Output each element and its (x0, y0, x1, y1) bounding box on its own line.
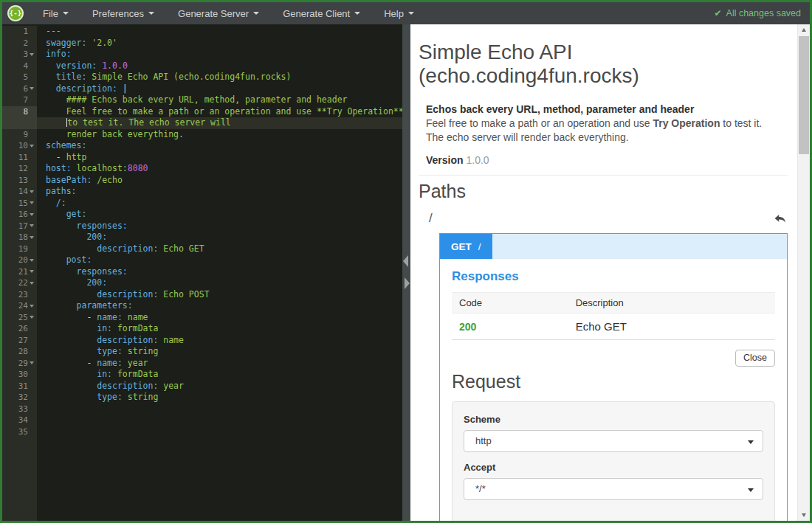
gutter-line: 10 (2, 140, 37, 152)
line-number: 20 (2, 254, 28, 266)
fold-arrow-icon[interactable] (30, 201, 34, 204)
response-description: Echo GET (568, 314, 775, 340)
preview-content: Simple Echo API (echo.coding4fun.rocks) … (410, 24, 810, 521)
fold-arrow-icon[interactable] (30, 190, 34, 193)
scheme-select[interactable]: http (464, 430, 763, 452)
line-number: 18 (2, 232, 28, 243)
fold-slot (28, 190, 35, 193)
save-status-text: All changes saved (726, 8, 801, 18)
code-line: description: Echo POST (46, 289, 402, 301)
editor-code-area[interactable]: ---swagger: '2.0'info: version: 1.0.0 ti… (37, 26, 402, 521)
menu-label: Help (384, 8, 404, 19)
code-token: - (46, 312, 97, 322)
menu-help[interactable]: Help (372, 2, 426, 24)
collapse-right-icon[interactable] (405, 277, 410, 289)
response-row: 200Echo GET (452, 314, 775, 340)
code-line: title: Simple Echo API (echo.coding4fun.… (46, 72, 402, 83)
fold-arrow-icon[interactable] (30, 282, 34, 285)
menu-label: Preferences (92, 8, 144, 19)
code-token: name (158, 335, 184, 345)
line-number: 23 (2, 289, 28, 301)
gutter-line: 20 (2, 254, 37, 266)
collapse-path-icon[interactable] (774, 212, 786, 225)
fold-slot (28, 305, 35, 308)
line-number: 33 (2, 403, 28, 415)
line-number: 19 (2, 243, 28, 255)
line-number: 31 (2, 381, 28, 392)
gutter-line: 8 (2, 106, 37, 118)
menu-label: Generate Server (178, 8, 249, 19)
app-window: {-} FilePreferencesGenerate ServerGenera… (0, 0, 812, 523)
pane-resize-handle[interactable] (402, 24, 410, 521)
responses-table-header: Code Description (452, 293, 775, 314)
gutter-line: 14 (2, 186, 37, 198)
fold-slot (28, 224, 35, 227)
fold-slot (28, 259, 35, 262)
yaml-editor[interactable]: 1234567891011121314151617181920212223242… (2, 24, 402, 521)
gutter-line: 12 (2, 163, 37, 175)
tab-get-operation[interactable]: GET / (440, 234, 492, 259)
col-header-description: Description (568, 293, 775, 314)
code-line: get: (46, 209, 402, 221)
gutter-line: 6 (2, 83, 37, 95)
fold-arrow-icon[interactable] (30, 213, 34, 216)
fold-arrow-icon[interactable] (30, 305, 34, 308)
line-number: 28 (2, 346, 28, 358)
gutter-line: 4 (2, 60, 37, 72)
line-number: 2 (2, 38, 28, 49)
fold-arrow-icon[interactable] (30, 259, 34, 262)
line-number: 4 (2, 60, 28, 72)
response-code: 200 (452, 314, 568, 340)
code-token: /: (46, 198, 66, 208)
fold-slot (28, 316, 35, 319)
fold-arrow-icon[interactable] (30, 87, 34, 90)
code-line: to test it. The echo server will (37, 117, 402, 129)
code-token: type: (46, 392, 123, 402)
accept-select[interactable]: */* (464, 478, 763, 500)
scrollbar-down-button[interactable] (798, 510, 810, 521)
top-menu-bar: {-} FilePreferencesGenerate ServerGenera… (2, 2, 810, 24)
scheme-label: Scheme (464, 414, 763, 425)
docs-preview-pane: Simple Echo API (echo.coding4fun.rocks) … (410, 24, 810, 521)
menu-preferences[interactable]: Preferences (80, 2, 166, 24)
swagger-logo-icon: {-} (7, 5, 24, 21)
main-split: 1234567891011121314151617181920212223242… (2, 24, 810, 521)
version-label: Version (426, 154, 464, 166)
scrollbar-thumb[interactable] (799, 36, 809, 154)
code-token: Echo GET (158, 243, 204, 254)
fold-arrow-icon[interactable] (30, 224, 34, 227)
code-line: description: name (46, 335, 402, 347)
fold-arrow-icon[interactable] (30, 145, 34, 148)
code-line: responses: (46, 266, 402, 278)
menu-generate-server[interactable]: Generate Server (166, 2, 271, 24)
fold-arrow-icon[interactable] (30, 236, 34, 239)
code-line: schemes: (46, 140, 402, 152)
gutter-line: 29 (2, 358, 37, 370)
menu-file[interactable]: File (31, 2, 80, 24)
line-number: 13 (2, 175, 28, 187)
operation-body: Responses Code Description 200Echo GET (440, 269, 787, 521)
fold-arrow-icon[interactable] (30, 270, 34, 273)
fold-arrow-icon[interactable] (30, 361, 34, 364)
operation-panel: GET / Responses Code Description (439, 233, 788, 521)
collapse-left-icon[interactable] (403, 255, 408, 267)
scrollbar-up-button[interactable] (798, 24, 810, 35)
code-token: '2.0' (86, 38, 117, 48)
code-token: in: (46, 323, 112, 333)
line-number: 25 (2, 312, 28, 324)
fold-slot (28, 213, 35, 216)
line-number: 14 (2, 186, 28, 198)
gutter-line: 24 (2, 300, 37, 312)
close-button[interactable]: Close (735, 350, 775, 367)
preview-scrollbar[interactable] (797, 24, 810, 521)
code-token: /echo (92, 175, 123, 185)
menu-generate-client[interactable]: Generate Client (271, 2, 372, 24)
line-number: 15 (2, 198, 28, 209)
fold-arrow-icon[interactable] (30, 316, 34, 319)
gutter-line: 21 (2, 266, 37, 278)
code-token: Feel free to make a path or an operation… (46, 106, 402, 117)
line-number: 10 (2, 140, 28, 152)
line-number: 5 (2, 72, 28, 83)
fold-slot (28, 270, 35, 273)
fold-arrow-icon[interactable] (30, 53, 34, 56)
